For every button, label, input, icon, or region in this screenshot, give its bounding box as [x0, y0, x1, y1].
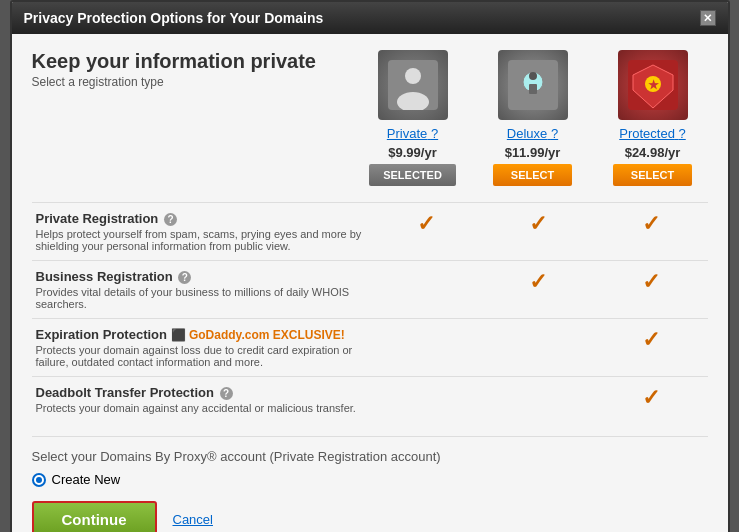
- check-protected-0: ✓: [595, 203, 708, 261]
- exclusive-brand-label: ⬛: [171, 328, 189, 342]
- private-plan-icon: [378, 50, 448, 120]
- feature-help-icon-0[interactable]: ?: [164, 213, 177, 226]
- protected-plan-icon: ★: [618, 50, 688, 120]
- private-plan-name[interactable]: Private ?: [358, 126, 468, 141]
- feature-row-private-reg: Private Registration ? Helps protect you…: [32, 203, 708, 261]
- check-deluxe-2: [482, 319, 595, 377]
- close-button[interactable]: ✕: [700, 10, 716, 26]
- plan-deluxe: Deluxe ? $11.99/yr SELECT: [478, 50, 588, 186]
- checkmark-0-0: ✓: [417, 211, 435, 236]
- proxy-label: Select your Domains By Proxy® account (P…: [32, 449, 708, 464]
- feature-label-private-reg: Private Registration ? Helps protect you…: [32, 203, 370, 261]
- check-private-0: ✓: [370, 203, 483, 261]
- feature-name-business-reg: Business Registration ?: [36, 269, 366, 284]
- checkmark-2-2: ✓: [642, 327, 660, 352]
- check-private-1: [370, 261, 483, 319]
- check-protected-2: ✓: [595, 319, 708, 377]
- exclusive-label: GoDaddy.com EXCLUSIVE!: [189, 328, 345, 342]
- radio-inner: [36, 477, 42, 483]
- protected-price: $24.98/yr: [598, 145, 708, 160]
- svg-point-1: [405, 68, 421, 84]
- check-private-3: [370, 377, 483, 423]
- feature-label-deadbolt: Deadbolt Transfer Protection ? Protects …: [32, 377, 370, 423]
- svg-text:★: ★: [647, 78, 658, 92]
- private-select-button[interactable]: SELECTED: [369, 164, 456, 186]
- deluxe-price: $11.99/yr: [478, 145, 588, 160]
- plan-private: Private ? $9.99/yr SELECTED: [358, 50, 468, 186]
- feature-name-deadbolt: Deadbolt Transfer Protection ?: [36, 385, 366, 400]
- feature-help-icon-1[interactable]: ?: [178, 271, 191, 284]
- feature-label-business-reg: Business Registration ? Provides vital d…: [32, 261, 370, 319]
- protected-select-button[interactable]: SELECT: [613, 164, 692, 186]
- feature-label-expiration: Expiration Protection ⬛ GoDaddy.com EXCL…: [32, 319, 370, 377]
- deluxe-icon-svg: [508, 60, 558, 110]
- feature-desc-0: Helps protect yourself from spam, scams,…: [36, 228, 366, 252]
- deluxe-name-label: Deluxe: [507, 126, 547, 141]
- deluxe-select-button[interactable]: SELECT: [493, 164, 572, 186]
- feature-desc-3: Protects your domain against any acciden…: [36, 402, 366, 414]
- feature-name-expiration: Expiration Protection ⬛ GoDaddy.com EXCL…: [36, 327, 366, 342]
- private-help-icon[interactable]: ?: [431, 126, 438, 141]
- features-table: Private Registration ? Helps protect you…: [32, 202, 708, 422]
- dialog-title: Privacy Protection Options for Your Doma…: [24, 10, 324, 26]
- cancel-button[interactable]: Cancel: [173, 512, 213, 527]
- feature-row-expiration: Expiration Protection ⬛ GoDaddy.com EXCL…: [32, 319, 708, 377]
- check-deluxe-0: ✓: [482, 203, 595, 261]
- actions-row: Continue Cancel: [32, 501, 708, 532]
- check-protected-1: ✓: [595, 261, 708, 319]
- check-deluxe-1: ✓: [482, 261, 595, 319]
- feature-row-deadbolt: Deadbolt Transfer Protection ? Protects …: [32, 377, 708, 423]
- feature-desc-2: Protects your domain against loss due to…: [36, 344, 366, 368]
- heading-bold: private: [250, 50, 316, 72]
- private-name-label: Private: [387, 126, 427, 141]
- protected-plan-name[interactable]: Protected ?: [598, 126, 708, 141]
- title-bar: Privacy Protection Options for Your Doma…: [12, 2, 728, 34]
- deluxe-help-icon[interactable]: ?: [551, 126, 558, 141]
- feature-help-icon-3[interactable]: ?: [220, 387, 233, 400]
- heading-part1: Keep your information: [32, 50, 251, 72]
- continue-button[interactable]: Continue: [32, 501, 157, 532]
- proxy-radio-row[interactable]: Create New: [32, 472, 708, 487]
- bottom-section: Select your Domains By Proxy® account (P…: [32, 436, 708, 532]
- protected-name-label: Protected: [619, 126, 675, 141]
- checkmark-1-2: ✓: [642, 269, 660, 294]
- check-private-2: [370, 319, 483, 377]
- check-deluxe-3: [482, 377, 595, 423]
- dialog-content: Keep your information private Select a r…: [12, 34, 728, 532]
- protected-help-icon[interactable]: ?: [679, 126, 686, 141]
- create-new-radio[interactable]: [32, 473, 46, 487]
- main-dialog: Privacy Protection Options for Your Doma…: [10, 0, 730, 532]
- plans-row: Private ? $9.99/yr SELECTED: [358, 50, 708, 186]
- checkmark-0-1: ✓: [529, 211, 547, 236]
- svg-point-7: [529, 72, 537, 80]
- svg-rect-6: [529, 84, 537, 94]
- main-heading: Keep your information private: [32, 50, 358, 73]
- create-new-label: Create New: [52, 472, 121, 487]
- check-protected-3: ✓: [595, 377, 708, 423]
- deluxe-plan-icon: [498, 50, 568, 120]
- protected-icon-svg: ★: [628, 60, 678, 110]
- feature-desc-1: Provides vital details of your business …: [36, 286, 366, 310]
- plan-protected: ★ Protected ? $24.98/yr SELECT: [598, 50, 708, 186]
- checkmark-3-2: ✓: [642, 385, 660, 410]
- checkmark-0-2: ✓: [642, 211, 660, 236]
- header-row: Keep your information private Select a r…: [32, 50, 708, 186]
- header-text: Keep your information private Select a r…: [32, 50, 358, 89]
- private-price: $9.99/yr: [358, 145, 468, 160]
- private-icon-svg: [388, 60, 438, 110]
- feature-name-private-reg: Private Registration ?: [36, 211, 366, 226]
- deluxe-plan-name[interactable]: Deluxe ?: [478, 126, 588, 141]
- checkmark-1-1: ✓: [529, 269, 547, 294]
- feature-row-business-reg: Business Registration ? Provides vital d…: [32, 261, 708, 319]
- subtext: Select a registration type: [32, 75, 358, 89]
